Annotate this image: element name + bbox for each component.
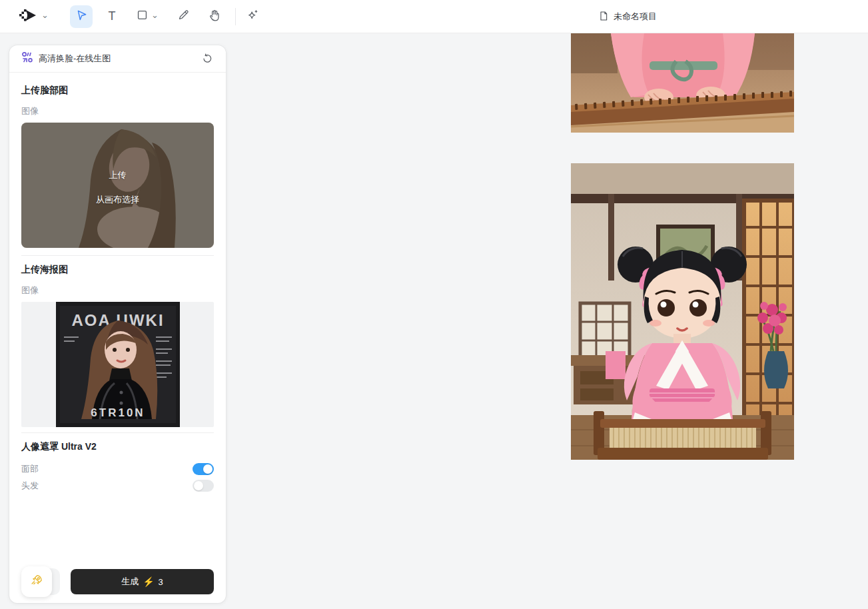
hand-icon [208,9,221,25]
project-title-text: 未命名项目 [614,11,657,23]
face-section-title: 上传脸部图 [21,85,214,97]
generate-label: 生成 [121,576,139,588]
generate-button[interactable]: 生成 ⚡ 3 [71,569,214,594]
lightning-icon: ⚡ [143,576,154,587]
pencil-icon [177,9,190,24]
rectangle-icon [136,9,149,24]
boost-switch[interactable] [21,568,60,595]
shape-tool-button[interactable]: ⌄ [131,5,163,28]
cursor-icon [75,9,88,25]
poster-image-uploader[interactable]: AOA UWKI 6TR10N [21,302,214,427]
document-icon [598,11,609,23]
poster-photo: AOA UWKI 6TR10N [56,302,180,427]
pencil-tool-button[interactable] [173,5,195,28]
hand-tool-button[interactable] [203,5,226,28]
select-tool-button[interactable] [70,5,93,28]
text-tool-button[interactable]: T [101,5,123,28]
mask-section-title: 人像遮罩 Ultra V2 [21,441,214,453]
app-logo-menu[interactable]: ⌄ [19,7,49,26]
ai-tool-button[interactable] [241,5,264,28]
face-image-uploader[interactable]: 上传 从画布选择 [21,123,214,248]
face-mask-label: 面部 [21,463,39,475]
workflow-icon [21,51,33,66]
section-divider [21,255,214,256]
rocket-button[interactable] [21,566,52,597]
select-from-canvas-button[interactable]: 从画布选择 [21,194,214,206]
poster-section-title: 上传海报图 [21,264,214,276]
panel-header: 高清换脸-在线生图 [9,45,226,73]
top-toolbar: ⌄ T ⌄ [0,0,868,33]
credits-count: 3 [159,577,163,587]
canvas-image-girl[interactable] [571,163,794,460]
toolbar-divider [235,8,236,25]
hair-mask-label: 头发 [21,480,39,492]
reset-button[interactable] [199,51,215,67]
face-image-overlay [21,123,214,248]
svg-text:6TR10N: 6TR10N [91,406,145,419]
panel-footer: 生成 ⚡ 3 [21,568,214,595]
face-mask-toggle[interactable] [193,463,214,475]
poster-image-label: 图像 [21,285,214,297]
chevron-down-icon: ⌄ [41,12,49,19]
chevron-down-icon: ⌄ [151,12,159,19]
upload-button[interactable]: 上传 [21,169,214,181]
hair-mask-toggle[interactable] [193,480,214,492]
text-tool-icon: T [108,9,115,23]
section-divider [21,432,214,433]
generation-panel: 高清换脸-在线生图 上传脸部图 图像 上传 从画布选择 上传海报图 图像 [9,45,226,603]
sparkle-plus-icon [246,9,259,25]
app-logo-icon [19,7,39,26]
panel-title: 高清换脸-在线生图 [39,53,199,65]
project-title[interactable]: 未命名项目 [598,0,657,33]
rocket-icon [29,573,44,590]
hair-mask-row: 头发 [21,479,214,492]
canvas-image-guzheng-crop[interactable] [571,33,794,133]
face-image-label: 图像 [21,105,214,117]
face-mask-row: 面部 [21,462,214,476]
